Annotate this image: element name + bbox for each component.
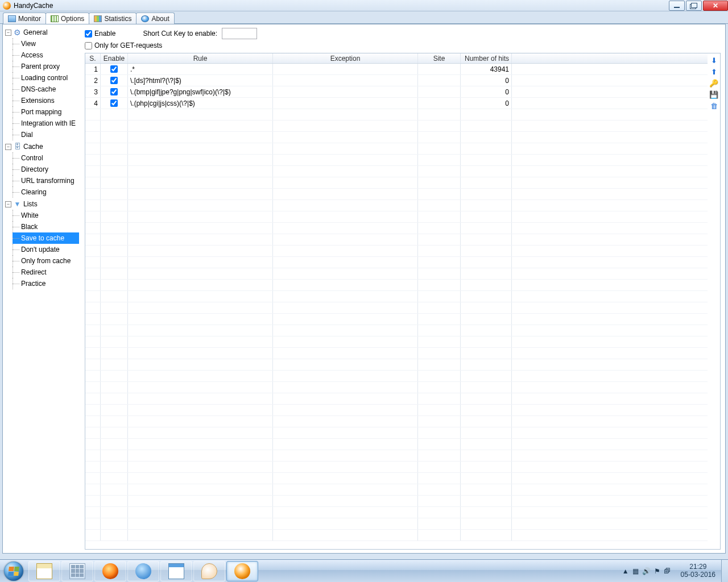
down-arrow-icon[interactable]: ⬇	[709, 56, 718, 65]
tree-label: Lists	[23, 200, 38, 208]
tree-item[interactable]: Practice	[13, 278, 79, 289]
taskbar: ▲ ▦ 🔊 ⚑ 🗊 21:29 05-03-2016	[0, 559, 728, 582]
tree-item[interactable]: Don't update	[13, 244, 79, 255]
tree-item[interactable]: Control	[13, 152, 79, 164]
collapse-icon[interactable]: −	[5, 144, 11, 150]
maximize-button[interactable]	[686, 1, 702, 11]
task-paint[interactable]	[193, 561, 225, 581]
tree-item[interactable]: Dial	[13, 129, 79, 140]
tree-item[interactable]: Only from cache	[13, 255, 79, 267]
tab-statistics[interactable]: Statistics	[89, 13, 136, 24]
collapse-icon[interactable]: −	[5, 201, 11, 207]
col-serial[interactable]: S.	[85, 53, 101, 63]
tab-options[interactable]: Options	[46, 13, 89, 24]
tree-item[interactable]: URL transforming	[13, 175, 79, 186]
table-row-empty	[85, 143, 708, 155]
table-row-empty	[85, 246, 708, 257]
tree-item[interactable]: Clearing	[13, 186, 79, 198]
tree-node-lists[interactable]: − ▼ Lists	[4, 198, 79, 210]
cell-site	[418, 86, 461, 97]
col-exception[interactable]: Exception	[273, 53, 418, 63]
tree-item[interactable]: Directory	[13, 164, 79, 175]
key-icon[interactable]: 🔑	[709, 78, 718, 88]
table-row[interactable]: 3\.(bmp|gif|jpe?g|png|swf|ico)(\?|$)0	[85, 86, 708, 98]
show-hidden-icon[interactable]: ▲	[622, 567, 629, 575]
row-enable-checkbox[interactable]	[110, 77, 118, 84]
only-get-checkbox[interactable]: Only for GET-requests	[85, 41, 162, 49]
tree-item[interactable]: Extensions	[13, 95, 79, 106]
up-arrow-icon[interactable]: ⬆	[709, 67, 718, 76]
start-button[interactable]	[0, 560, 27, 583]
table-row-empty	[85, 291, 708, 302]
task-notes[interactable]	[28, 561, 60, 581]
cell-enable[interactable]	[101, 98, 128, 109]
cell-serial: 2	[85, 75, 101, 86]
tree-node-cache[interactable]: − 🗄 Cache	[4, 141, 79, 152]
flag-icon[interactable]: ⚑	[654, 567, 660, 575]
col-rule[interactable]: Rule	[128, 53, 273, 63]
tab-monitor[interactable]: Monitor	[3, 13, 46, 24]
tree-item[interactable]: White	[13, 210, 79, 221]
table-row-empty	[85, 166, 708, 177]
collapse-icon[interactable]: −	[5, 30, 11, 36]
row-enable-checkbox[interactable]	[110, 88, 118, 95]
table-row-empty	[85, 120, 708, 132]
task-handycache[interactable]	[226, 561, 258, 581]
grid-icon[interactable]: ▦	[632, 567, 639, 575]
table-row-empty	[85, 450, 708, 462]
row-enable-checkbox[interactable]	[110, 65, 118, 73]
tree-item[interactable]: Loading control	[13, 72, 79, 84]
handycache-icon	[234, 563, 250, 579]
table-row-empty	[85, 462, 708, 473]
tree-item[interactable]: Integration with IE	[13, 118, 79, 129]
task-app2[interactable]	[160, 561, 192, 581]
delete-icon[interactable]: 🗑	[709, 101, 718, 110]
tree-item[interactable]: Redirect	[13, 267, 79, 278]
speaker-icon[interactable]: 🔊	[642, 567, 651, 575]
shortcut-input[interactable]	[222, 28, 257, 39]
save-icon[interactable]: 💾	[709, 90, 718, 99]
tree-item[interactable]: Black	[13, 221, 79, 232]
table-row[interactable]: 1.*43941	[85, 64, 708, 75]
table-row-empty	[85, 223, 708, 234]
cell-enable[interactable]	[101, 86, 128, 97]
task-app1[interactable]	[127, 561, 159, 581]
table-row-empty	[85, 109, 708, 120]
tree-item[interactable]: Parent proxy	[13, 61, 79, 72]
task-calc[interactable]	[61, 561, 93, 581]
cell-site	[418, 98, 461, 109]
client-area: − ⚙ General ViewAccessParent proxyLoadin…	[2, 24, 726, 554]
battery-icon[interactable]: 🗊	[664, 567, 671, 575]
tree-item[interactable]: DNS-cache	[13, 84, 79, 95]
tree-node-general[interactable]: − ⚙ General	[4, 27, 79, 38]
close-button[interactable]	[703, 1, 728, 11]
tree-item[interactable]: View	[13, 38, 79, 49]
row-enable-checkbox[interactable]	[110, 99, 118, 107]
cell-rule: \.(php|cgi|js|css)(\?|$)	[128, 98, 273, 109]
col-enable[interactable]: Enable	[101, 53, 128, 63]
cell-enable[interactable]	[101, 64, 128, 74]
table-row-empty	[85, 393, 708, 405]
shortcut-label: Short Cut Key to enable:	[143, 30, 217, 38]
table-row-empty	[85, 211, 708, 223]
tree-item[interactable]: Access	[13, 49, 79, 61]
clock[interactable]: 21:29 05-03-2016	[675, 562, 721, 580]
table-row-empty	[85, 314, 708, 325]
tree-item[interactable]: Port mapping	[13, 106, 79, 118]
minimize-button[interactable]	[669, 1, 685, 11]
table-row[interactable]: 4\.(php|cgi|js|css)(\?|$)0	[85, 98, 708, 109]
show-desktop-button[interactable]	[721, 560, 728, 583]
col-site[interactable]: Site	[418, 53, 461, 63]
tab-about[interactable]: About	[136, 13, 174, 24]
clock-time: 21:29	[681, 563, 715, 571]
enable-checkbox[interactable]: Enable	[85, 30, 115, 38]
tree-item[interactable]: Save to cache	[13, 232, 79, 244]
main-pane: Enable Short Cut Key to enable: Only for…	[80, 24, 725, 553]
app-icon	[3, 2, 11, 10]
tab-label: Monitor	[18, 15, 41, 23]
table-row[interactable]: 2\.[ds]?html?(\?|$)0	[85, 75, 708, 86]
cell-enable[interactable]	[101, 75, 128, 86]
cell-serial: 1	[85, 64, 101, 74]
task-firefox[interactable]	[94, 561, 126, 581]
col-hits[interactable]: Number of hits	[461, 53, 512, 63]
